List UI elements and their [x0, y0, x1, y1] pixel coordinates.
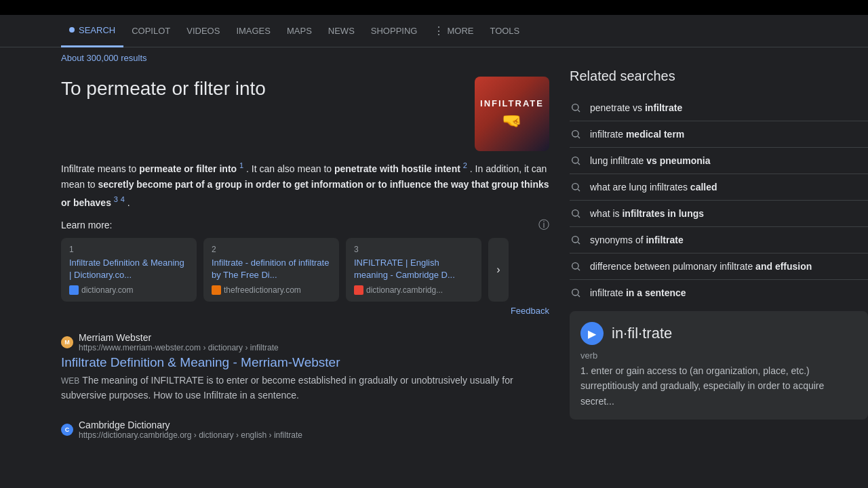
- source-card-url-2: thefreedictionary.com: [212, 285, 331, 295]
- nav-maps[interactable]: MAPS: [279, 15, 320, 47]
- svg-point-12: [572, 263, 578, 269]
- related-text-6: synonyms of infiltrate: [590, 235, 684, 245]
- source-card-num-2: 2: [212, 245, 331, 254]
- nav-copilot[interactable]: COPILOT: [123, 15, 178, 47]
- feedback-button[interactable]: Feedback: [61, 306, 549, 316]
- svg-line-7: [578, 189, 580, 191]
- nav-tools-label: TOOLS: [490, 26, 519, 36]
- organic-result-2: C Cambridge Dictionary https://dictionar…: [61, 411, 549, 451]
- dict-def-text: enter or gain access to (an organization…: [580, 365, 824, 407]
- snippet-body: Infiltrate means to permeate or filter i…: [61, 159, 549, 211]
- related-item-4[interactable]: what are lung infiltrates called: [570, 174, 868, 201]
- svg-point-10: [572, 237, 578, 243]
- source-card-num-3: 3: [354, 245, 473, 254]
- related-text-5: what is infiltrates in lungs: [590, 208, 704, 219]
- related-text-1: penetrate vs infiltrate: [590, 102, 682, 113]
- source-card-url-1: dictionary.com: [69, 285, 189, 295]
- source-card-title-1: Infiltrate Definition & Meaning | Dictio…: [69, 257, 189, 281]
- result-title-1[interactable]: Infiltrate Definition & Meaning - Merria…: [61, 355, 549, 370]
- dict-pos: verb: [580, 350, 857, 361]
- speaker-icon: ▶: [588, 327, 596, 340]
- snippet-image-text: INFILTRATE: [480, 98, 544, 108]
- source-card-title-2: Infiltrate - definition of infiltrate by…: [212, 257, 331, 281]
- source-card-num-1: 1: [69, 245, 189, 254]
- nav-tools[interactable]: TOOLS: [481, 15, 528, 47]
- dictionary-card: ▶ in·fil·trate verb 1. enter or gain acc…: [570, 311, 868, 420]
- result-site-info-2: C Cambridge Dictionary https://dictionar…: [61, 420, 549, 440]
- source-favicon-2: [212, 285, 221, 295]
- search-icon: [570, 128, 582, 140]
- source-card-1[interactable]: 1 Infiltrate Definition & Meaning | Dict…: [61, 238, 197, 302]
- search-icon: [570, 287, 582, 299]
- svg-line-15: [578, 295, 580, 297]
- svg-point-2: [572, 131, 578, 137]
- search-icon: [570, 234, 582, 246]
- nav-videos[interactable]: VIDEOS: [178, 15, 228, 47]
- source-favicon-3: [354, 285, 363, 295]
- related-item-2[interactable]: infiltrate medical term: [570, 121, 868, 148]
- related-item-5[interactable]: what is infiltrates in lungs: [570, 201, 868, 227]
- related-text-4: what are lung infiltrates called: [590, 182, 717, 192]
- more-dots-icon: ⋮: [433, 24, 444, 37]
- audio-button[interactable]: ▶: [580, 322, 604, 345]
- nav-news[interactable]: NEWS: [320, 15, 363, 47]
- search-icon: [570, 207, 582, 220]
- dict-def-num: 1.: [580, 365, 589, 376]
- search-icon: [570, 260, 582, 272]
- search-icon: [570, 181, 582, 193]
- svg-line-11: [578, 242, 580, 244]
- nav-shopping-label: SHOPPING: [371, 26, 418, 36]
- related-item-1[interactable]: penetrate vs infiltrate: [570, 95, 868, 121]
- nav-shopping[interactable]: SHOPPING: [363, 15, 426, 47]
- left-column: To permeate or filter into INFILTRATE 🤜 …: [61, 68, 549, 451]
- svg-point-8: [572, 210, 578, 216]
- feedback-label: Feedback: [511, 306, 549, 316]
- source-card-2[interactable]: 2 Infiltrate - definition of infiltrate …: [203, 238, 339, 302]
- related-searches-title: Related searches: [570, 68, 868, 84]
- nav-maps-label: MAPS: [287, 26, 312, 36]
- result-site-name-2: Cambridge Dictionary: [79, 420, 302, 430]
- nav-search-label: SEARCH: [79, 25, 115, 35]
- nav-search[interactable]: SEARCH: [61, 15, 123, 47]
- nav-images-label: IMAGES: [236, 26, 271, 36]
- result-url-2: https://dictionary.cambridge.org › dicti…: [79, 430, 302, 440]
- result-favicon-2: C: [61, 424, 73, 436]
- source-url-text-3: dictionary.cambridg...: [366, 285, 443, 295]
- related-text-2: infiltrate medical term: [590, 129, 684, 140]
- result-snippet-text-1: The meaning of INFILTRATE is to enter or…: [61, 375, 513, 401]
- snippet-title: To permeate or filter into: [61, 77, 461, 101]
- nav-more-label: MORE: [447, 26, 473, 36]
- learn-more-label: Learn more:: [61, 220, 112, 230]
- results-count: About 300,000 results: [0, 47, 868, 68]
- info-icon[interactable]: ⓘ: [538, 218, 549, 232]
- related-item-8[interactable]: infiltrate in a sentence: [570, 280, 868, 306]
- related-item-7[interactable]: difference between pulmonary infiltrate …: [570, 253, 868, 280]
- snippet-header: To permeate or filter into INFILTRATE 🤜: [61, 77, 549, 151]
- source-card-url-3: dictionary.cambridg...: [354, 285, 473, 295]
- nav-images[interactable]: IMAGES: [228, 15, 279, 47]
- related-text-3: lung infiltrate vs pneumonia: [590, 155, 710, 166]
- source-card-arrow[interactable]: ›: [488, 238, 509, 302]
- nav-news-label: NEWS: [328, 26, 355, 36]
- related-item-3[interactable]: lung infiltrate vs pneumonia: [570, 148, 868, 174]
- svg-line-1: [578, 110, 580, 112]
- main-layout: To permeate or filter into INFILTRATE 🤜 …: [0, 68, 868, 451]
- search-icon: [570, 102, 582, 114]
- svg-point-14: [572, 289, 578, 296]
- related-text-7: difference between pulmonary infiltrate …: [590, 261, 812, 272]
- source-url-text-2: thefreedictionary.com: [224, 285, 301, 295]
- svg-line-3: [578, 136, 580, 138]
- related-item-6[interactable]: synonyms of infiltrate: [570, 227, 868, 253]
- results-suffix: results: [119, 53, 147, 63]
- svg-line-5: [578, 163, 580, 165]
- snippet-image: INFILTRATE 🤜: [475, 77, 549, 151]
- results-number: 300,000: [87, 53, 119, 63]
- source-card-3[interactable]: 3 INFILTRATE | English meaning - Cambrid…: [346, 238, 481, 302]
- nav-bar: SEARCH COPILOT VIDEOS IMAGES MAPS NEWS S…: [0, 15, 868, 47]
- nav-more[interactable]: ⋮ MORE: [425, 15, 481, 47]
- result-site-name-1: Merriam Webster: [79, 332, 279, 343]
- source-cards-row: 1 Infiltrate Definition & Meaning | Dict…: [61, 238, 549, 302]
- svg-point-4: [572, 157, 578, 163]
- learn-more-bar: Learn more: ⓘ: [61, 218, 549, 232]
- organic-result-1: M Merriam Webster https://www.merriam-we…: [61, 324, 549, 411]
